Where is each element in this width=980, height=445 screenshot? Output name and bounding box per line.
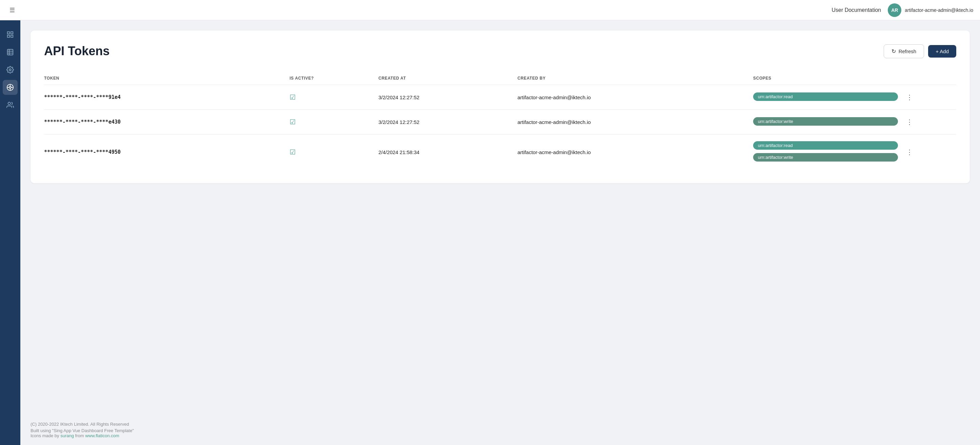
refresh-icon: ↻ <box>891 48 896 54</box>
footer-source-link[interactable]: www.flaticon.com <box>85 433 119 438</box>
is-active-cell: ☑ <box>290 110 379 135</box>
sidebar <box>0 0 20 445</box>
token-value: ******-****-****-****4950 <box>44 135 290 170</box>
table-header-row: TOKEN IS ACTIVE? CREATED AT CREATED BY S… <box>44 72 956 85</box>
footer-icons-text: Icons made by <box>30 433 60 438</box>
footer-from-text: from <box>74 433 85 438</box>
more-options-button[interactable]: ⋮ <box>904 92 916 103</box>
created-by-cell: artifactor-acme-admin@iktech.io <box>517 110 753 135</box>
svg-rect-4 <box>8 49 13 55</box>
col-is-active: IS ACTIVE? <box>290 72 379 85</box>
footer-credits: Built using "Sing App Vue Dashboard Free… <box>30 428 970 438</box>
svg-point-15 <box>8 102 11 105</box>
more-options-button[interactable]: ⋮ <box>904 117 916 127</box>
actions-cell: ⋮ <box>904 135 956 170</box>
sidebar-nav <box>0 20 20 112</box>
token-value: ******-****-****-****e430 <box>44 110 290 135</box>
scope-badge: urn:artifactor:read <box>753 92 898 101</box>
token-value: ******-****-****-****91e4 <box>44 85 290 110</box>
table-row: ******-****-****-****91e4☑3/2/2024 12:27… <box>44 85 956 110</box>
sidebar-item-dashboard[interactable] <box>3 27 18 42</box>
refresh-label: Refresh <box>899 48 916 54</box>
main-content: API Tokens ↻ Refresh + Add TOKEN IS ACTI… <box>20 20 980 415</box>
add-button[interactable]: + Add <box>928 45 956 57</box>
sidebar-item-data[interactable] <box>3 45 18 60</box>
svg-point-8 <box>9 69 11 71</box>
scopes-cell: urn:artifactor:read <box>753 85 904 110</box>
active-check-icon: ☑ <box>290 118 296 126</box>
tokens-table: TOKEN IS ACTIVE? CREATED AT CREATED BY S… <box>44 72 956 169</box>
col-created-at: CREATED AT <box>379 72 517 85</box>
more-options-button[interactable]: ⋮ <box>904 147 916 157</box>
is-active-cell: ☑ <box>290 135 379 170</box>
hamburger-button[interactable]: ☰ <box>7 5 18 15</box>
created-at-cell: 3/2/2024 12:27:52 <box>379 110 517 135</box>
created-by-cell: artifactor-acme-admin@iktech.io <box>517 85 753 110</box>
svg-rect-0 <box>8 32 10 34</box>
is-active-cell: ☑ <box>290 85 379 110</box>
created-at-cell: 3/2/2024 12:27:52 <box>379 85 517 110</box>
created-by-cell: artifactor-acme-admin@iktech.io <box>517 135 753 170</box>
scope-badge: urn:artifactor:read <box>753 141 898 150</box>
svg-rect-2 <box>11 35 13 37</box>
created-at-cell: 2/4/2024 21:58:34 <box>379 135 517 170</box>
header-actions: ↻ Refresh + Add <box>884 44 956 58</box>
docs-link[interactable]: User Documentation <box>832 7 881 13</box>
svg-rect-3 <box>8 35 10 37</box>
scope-badge: urn:artifactor:write <box>753 153 898 162</box>
page-title: API Tokens <box>44 44 110 58</box>
svg-point-10 <box>9 86 11 89</box>
user-email: artifactor-acme-admin@iktech.io <box>905 8 973 13</box>
footer: (C) 2020-2022 IKtech Limited. All Rights… <box>20 415 980 445</box>
col-created-by: CREATED BY <box>517 72 753 85</box>
active-check-icon: ☑ <box>290 148 296 156</box>
active-check-icon: ☑ <box>290 93 296 101</box>
top-header: ☰ User Documentation AR artifactor-acme-… <box>0 0 980 20</box>
scopes-cell: urn:artifactor:write <box>753 110 904 135</box>
col-actions <box>904 72 956 85</box>
refresh-button[interactable]: ↻ Refresh <box>884 44 924 58</box>
content-card: API Tokens ↻ Refresh + Add TOKEN IS ACTI… <box>30 30 970 183</box>
table-row: ******-****-****-****4950☑2/4/2024 21:58… <box>44 135 956 170</box>
col-scopes: SCOPES <box>753 72 904 85</box>
actions-cell: ⋮ <box>904 110 956 135</box>
scopes-cell: urn:artifactor:readurn:artifactor:write <box>753 135 904 170</box>
footer-copyright: (C) 2020-2022 IKtech Limited. All Rights… <box>30 422 970 427</box>
col-token: TOKEN <box>44 72 290 85</box>
svg-rect-1 <box>11 32 13 34</box>
actions-cell: ⋮ <box>904 85 956 110</box>
footer-built-using: Built using "Sing App Vue Dashboard Free… <box>30 428 134 433</box>
sidebar-item-integrations[interactable] <box>3 80 18 95</box>
avatar: AR <box>888 3 901 17</box>
sidebar-item-users[interactable] <box>3 98 18 112</box>
table-row: ******-****-****-****e430☑3/2/2024 12:27… <box>44 110 956 135</box>
footer-author-link[interactable]: surang <box>60 433 74 438</box>
scope-badge: urn:artifactor:write <box>753 117 898 126</box>
page-header: API Tokens ↻ Refresh + Add <box>44 44 956 58</box>
sidebar-item-settings[interactable] <box>3 62 18 77</box>
